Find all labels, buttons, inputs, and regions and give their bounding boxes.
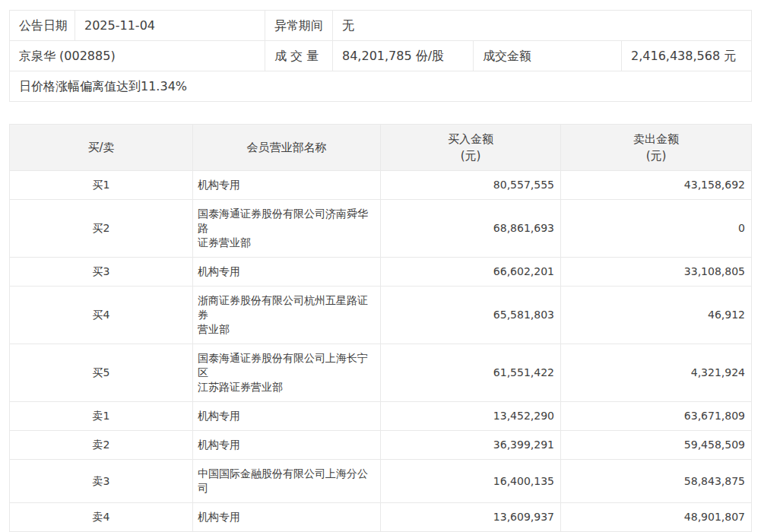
branch-cell: 机构专用	[193, 171, 381, 200]
stock-title: 京泉华 (002885)	[10, 41, 265, 71]
table-row-sell2: 卖2 机构专用 36,399,291 59,458,509	[10, 431, 752, 460]
table-row-sell4: 卖4 机构专用 13,609,937 48,901,807	[10, 503, 752, 532]
buy-amount-cell: 61,551,422	[381, 344, 561, 402]
sell-amount-cell: 4,321,924	[561, 344, 752, 402]
sell-amount-cell: 58,843,875	[561, 460, 752, 503]
side-cell: 买3	[10, 258, 193, 287]
table-row-buy5: 买5 国泰海通证券股份有限公司上海长宁区 江苏路证券营业部 61,551,422…	[10, 344, 752, 402]
lhb-table: 买/卖 会员营业部名称 买入金额 (元) 卖出金额 (元) 买1 机构专用 80…	[9, 124, 752, 532]
abnormal-period-label: 异常期间	[265, 11, 333, 41]
buy-amount-cell: 36,399,291	[381, 431, 561, 460]
sell-amount-cell: 43,158,692	[561, 171, 752, 200]
buy-amount-cell: 16,400,135	[381, 460, 561, 503]
summary-table: 公告日期 2025-11-04 异常期间 无 京泉华 (002885) 成 交 …	[9, 10, 752, 102]
column-header-sell-amount: 卖出金额 (元)	[561, 125, 752, 171]
header-row: 买/卖 会员营业部名称 买入金额 (元) 卖出金额 (元)	[10, 125, 752, 171]
buy-amount-cell: 66,602,201	[381, 258, 561, 287]
turnover-value: 2,416,438,568 元	[622, 41, 752, 71]
abnormal-period-value: 无	[333, 11, 752, 41]
volume-value: 84,201,785 份/股	[333, 41, 474, 71]
branch-cell: 机构专用	[193, 431, 381, 460]
branch-cell: 浙商证券股份有限公司杭州五星路证券 营业部	[193, 287, 381, 344]
announce-date-label: 公告日期	[10, 11, 75, 41]
table-row-sell3: 卖3 中国国际金融股份有限公司上海分公司 16,400,135 58,843,8…	[10, 460, 752, 503]
branch-cell: 国泰海通证券股份有限公司济南舜华路 证券营业部	[193, 200, 381, 258]
table-row-buy4: 买4 浙商证券股份有限公司杭州五星路证券 营业部 65,581,803 46,9…	[10, 287, 752, 344]
branch-cell: 机构专用	[193, 402, 381, 431]
side-cell: 卖1	[10, 402, 193, 431]
sell-amount-cell: 33,108,805	[561, 258, 752, 287]
buy-amount-cell: 65,581,803	[381, 287, 561, 344]
lhb-table-body: 买1 机构专用 80,557,555 43,158,692 买2 国泰海通证券股…	[10, 171, 752, 532]
summary-row-date: 公告日期 2025-11-04 异常期间 无	[10, 11, 752, 41]
turnover-label: 成交金额	[474, 41, 622, 71]
branch-cell: 国泰海通证券股份有限公司上海长宁区 江苏路证券营业部	[193, 344, 381, 402]
branch-cell: 机构专用	[193, 503, 381, 532]
table-row-sell1: 卖1 机构专用 13,452,290 63,671,809	[10, 402, 752, 431]
column-header-buy-amount: 买入金额 (元)	[381, 125, 561, 171]
sell-amount-cell: 63,671,809	[561, 402, 752, 431]
branch-cell: 机构专用	[193, 258, 381, 287]
side-cell: 买2	[10, 200, 193, 258]
side-cell: 卖3	[10, 460, 193, 503]
list-reason: 日价格涨幅偏离值达到11.34%	[10, 71, 752, 102]
side-cell: 买5	[10, 344, 193, 402]
side-cell: 买1	[10, 171, 193, 200]
announce-date-value: 2025-11-04	[75, 11, 265, 41]
sell-amount-cell: 0	[561, 200, 752, 258]
table-row-buy3: 买3 机构专用 66,602,201 33,108,805	[10, 258, 752, 287]
table-row-buy2: 买2 国泰海通证券股份有限公司济南舜华路 证券营业部 68,861,693 0	[10, 200, 752, 258]
branch-cell: 中国国际金融股份有限公司上海分公司	[193, 460, 381, 503]
buy-amount-cell: 80,557,555	[381, 171, 561, 200]
side-cell: 卖2	[10, 431, 193, 460]
summary-row-reason: 日价格涨幅偏离值达到11.34%	[10, 71, 752, 102]
lhb-table-head: 买/卖 会员营业部名称 买入金额 (元) 卖出金额 (元)	[10, 125, 752, 171]
volume-label: 成 交 量	[265, 41, 333, 71]
page: 公告日期 2025-11-04 异常期间 无 京泉华 (002885) 成 交 …	[0, 0, 761, 532]
side-cell: 卖4	[10, 503, 193, 532]
column-header-side: 买/卖	[10, 125, 193, 171]
summary-row-stock: 京泉华 (002885) 成 交 量 84,201,785 份/股 成交金额 2…	[10, 41, 752, 71]
buy-amount-cell: 68,861,693	[381, 200, 561, 258]
buy-amount-cell: 13,609,937	[381, 503, 561, 532]
sell-amount-cell: 46,912	[561, 287, 752, 344]
side-cell: 买4	[10, 287, 193, 344]
column-header-branch: 会员营业部名称	[193, 125, 381, 171]
table-row-buy1: 买1 机构专用 80,557,555 43,158,692	[10, 171, 752, 200]
sell-amount-cell: 48,901,807	[561, 503, 752, 532]
sell-amount-cell: 59,458,509	[561, 431, 752, 460]
buy-amount-cell: 13,452,290	[381, 402, 561, 431]
